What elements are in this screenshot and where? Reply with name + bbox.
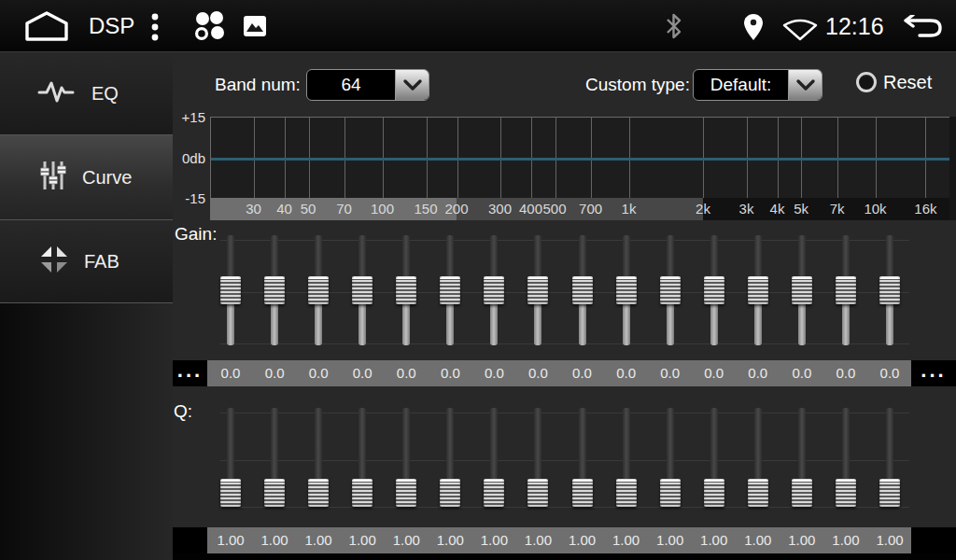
slider-thumb[interactable] (220, 479, 241, 507)
slider-thumb[interactable] (264, 479, 285, 507)
slider-thumb[interactable] (879, 276, 900, 304)
gain-slider[interactable] (484, 231, 504, 349)
q-slider[interactable] (792, 404, 812, 511)
gain-slider[interactable] (220, 231, 241, 349)
chevron-down-icon[interactable] (788, 70, 822, 100)
q-slider[interactable] (527, 404, 548, 511)
reset-label: Reset (883, 66, 932, 98)
slider-thumb[interactable] (660, 276, 681, 304)
custom-type-label: Custom type: (585, 69, 690, 101)
gain-slider[interactable] (660, 231, 681, 349)
gallery-icon[interactable] (244, 16, 266, 36)
slider-thumb[interactable] (572, 479, 593, 507)
db-tick-label: 0db (176, 149, 205, 165)
gain-value: 0.0 (429, 360, 471, 386)
gain-slider[interactable] (264, 231, 285, 349)
slider-thumb[interactable] (396, 276, 416, 304)
gain-slider[interactable] (704, 231, 724, 349)
gain-slider[interactable] (572, 231, 593, 349)
slider-thumb[interactable] (704, 276, 724, 304)
gain-slider[interactable] (308, 231, 329, 349)
slider-thumb[interactable] (440, 479, 460, 507)
slider-thumb[interactable] (572, 276, 593, 304)
band-num-dropdown[interactable]: 64 (306, 69, 429, 101)
slider-thumb[interactable] (616, 479, 637, 507)
slider-thumb[interactable] (352, 276, 373, 304)
q-slider[interactable] (220, 404, 241, 511)
slider-thumb[interactable] (792, 479, 812, 507)
q-slider[interactable] (264, 404, 285, 511)
q-value: 1.00 (473, 527, 514, 553)
gain-slider[interactable] (792, 231, 812, 349)
home-icon[interactable] (24, 11, 69, 41)
slider-thumb[interactable] (527, 479, 548, 507)
gain-value: 0.0 (606, 360, 647, 386)
slider-thumb[interactable] (792, 276, 812, 304)
gain-value: 0.0 (342, 360, 383, 386)
custom-type-dropdown[interactable]: Default: (693, 69, 822, 101)
q-slider[interactable] (352, 404, 373, 511)
slider-thumb[interactable] (836, 479, 856, 507)
freq-tick-label: 500 (543, 198, 567, 220)
slider-thumb[interactable] (836, 276, 856, 304)
gain-slider[interactable] (396, 231, 416, 349)
slider-thumb[interactable] (484, 479, 504, 507)
slider-thumb[interactable] (748, 276, 768, 304)
q-slider[interactable] (836, 404, 856, 511)
q-value: 1.00 (298, 527, 339, 553)
gain-scroll-right-button[interactable]: ... (911, 360, 956, 386)
freq-tick-label: 70 (336, 198, 352, 220)
gain-slider[interactable] (836, 231, 856, 349)
gain-slider[interactable] (352, 231, 373, 349)
kebab-menu-icon[interactable] (150, 13, 160, 41)
q-slider[interactable] (308, 404, 329, 511)
slider-thumb[interactable] (396, 479, 416, 507)
q-slider[interactable] (572, 404, 593, 511)
q-slider[interactable] (879, 404, 900, 511)
reset-radio[interactable] (856, 72, 877, 92)
gain-scroll-left-button[interactable]: ... (173, 360, 207, 386)
location-pin-icon (742, 13, 765, 41)
freq-tick-label: 100 (371, 198, 394, 220)
slider-thumb[interactable] (616, 276, 637, 304)
q-row-right-corner (911, 527, 956, 553)
sidebar-item-eq[interactable]: EQ (0, 52, 173, 135)
slider-thumb[interactable] (484, 276, 504, 304)
q-slider[interactable] (616, 404, 637, 511)
slider-thumb[interactable] (308, 479, 329, 507)
freq-tick-label: 3k (739, 198, 754, 220)
gain-slider[interactable] (879, 231, 900, 349)
sidebar-item-fab[interactable]: FAB (0, 220, 173, 303)
chevron-down-icon[interactable] (395, 70, 429, 100)
q-slider[interactable] (484, 404, 504, 511)
slider-thumb[interactable] (748, 479, 768, 507)
gain-slider[interactable] (440, 231, 460, 349)
q-slider[interactable] (396, 404, 416, 511)
q-slider[interactable] (704, 404, 724, 511)
freq-tick-label: 1k (622, 198, 637, 220)
slider-thumb[interactable] (352, 479, 373, 507)
eq-curve-plot[interactable] (210, 117, 950, 199)
slider-thumb[interactable] (308, 276, 329, 304)
band-num-value: 64 (307, 70, 395, 100)
sidebar-item-curve[interactable]: Curve (0, 135, 173, 220)
plot-right-gap (949, 117, 956, 220)
slider-thumb[interactable] (527, 276, 548, 304)
freq-tick-label: 2k (696, 198, 710, 220)
gain-value: 0.0 (517, 360, 558, 386)
q-slider[interactable] (440, 404, 460, 511)
q-slider[interactable] (748, 404, 768, 511)
slider-thumb[interactable] (660, 479, 681, 507)
q-slider[interactable] (660, 404, 681, 511)
slider-thumb[interactable] (440, 276, 460, 304)
back-arrow-icon[interactable] (897, 15, 944, 41)
slider-thumb[interactable] (879, 479, 900, 507)
gain-slider[interactable] (527, 231, 548, 349)
apps-clover-icon[interactable] (191, 10, 227, 42)
gain-slider[interactable] (616, 231, 637, 349)
freq-tick-label: 50 (301, 198, 316, 220)
slider-thumb[interactable] (704, 479, 724, 507)
slider-thumb[interactable] (264, 276, 285, 304)
gain-slider[interactable] (748, 231, 768, 349)
slider-thumb[interactable] (220, 276, 241, 304)
